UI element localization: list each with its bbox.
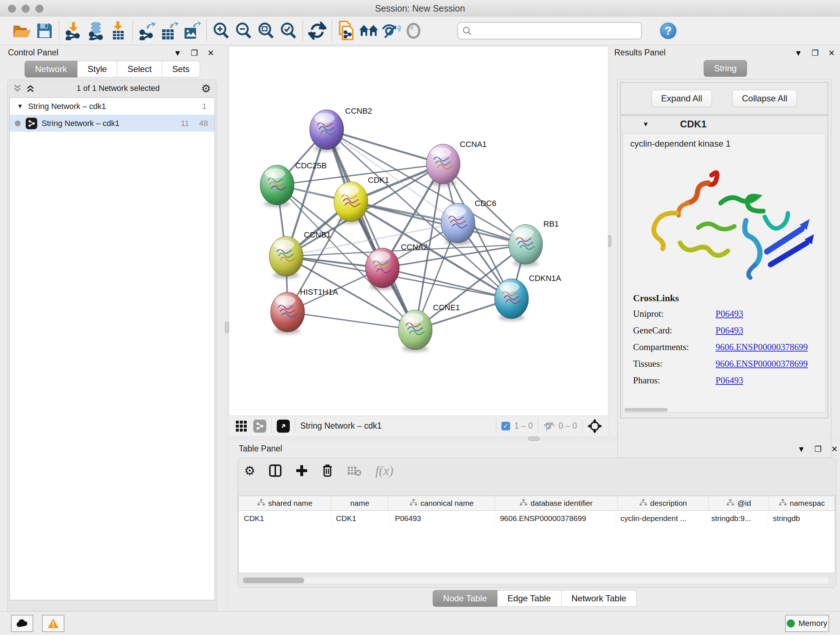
hidden-eye-slash-icon[interactable] <box>543 421 555 431</box>
column-header-shared-name[interactable]: shared name <box>239 496 332 511</box>
tab-node-table[interactable]: Node Table <box>433 590 497 607</box>
show-columns-icon[interactable] <box>269 464 282 477</box>
crosslink-link[interactable]: P06493 <box>715 375 743 386</box>
column-header-@id[interactable]: @id <box>709 496 769 511</box>
entry-disclosure-icon[interactable]: ▼ <box>643 120 649 128</box>
houses-button[interactable] <box>357 19 380 42</box>
collapse-all-button[interactable]: Collapse All <box>732 90 797 107</box>
table-horizontal-scrollbar[interactable] <box>243 578 829 583</box>
expand-all-button[interactable]: Expand All <box>652 90 712 107</box>
results-panel-float-icon[interactable]: ❐ <box>812 49 819 58</box>
splitter-handle[interactable] <box>225 321 229 333</box>
collapse-all-icon[interactable] <box>13 84 22 93</box>
open-session-button[interactable] <box>11 19 33 42</box>
import-network-file-button[interactable] <box>62 19 85 42</box>
control-panel-close-icon[interactable]: ✕ <box>208 49 214 58</box>
control-panel-float-icon[interactable]: ❐ <box>191 49 198 58</box>
network-node-CCNA1[interactable] <box>426 144 460 186</box>
eye-button[interactable] <box>402 19 425 42</box>
network-edge[interactable] <box>327 130 415 330</box>
network-options-gear-icon[interactable]: ⚙ <box>201 82 211 95</box>
fit-content-crosshair-icon[interactable] <box>587 419 602 433</box>
crosslink-link[interactable]: P06493 <box>715 309 743 319</box>
network-node-CCNB2[interactable] <box>309 110 344 152</box>
zoom-out-button[interactable] <box>232 19 255 42</box>
table-settings-gear-icon[interactable]: ⚙ <box>244 463 255 478</box>
expand-all-icon[interactable] <box>26 84 35 93</box>
help-button[interactable]: ? <box>660 22 676 39</box>
delete-column-icon[interactable] <box>322 464 333 478</box>
crosslink-link[interactable]: 9606.ENSP00000378699 <box>715 342 808 352</box>
share-view-icon[interactable] <box>253 420 266 432</box>
save-session-button[interactable] <box>33 19 56 42</box>
results-horizontal-scrollbar[interactable] <box>624 408 668 412</box>
birds-eye-view-icon[interactable] <box>277 420 290 432</box>
zoom-fit-button[interactable] <box>255 19 277 42</box>
import-table-button[interactable] <box>107 19 129 42</box>
table-cell[interactable]: 9606.ENSP00000378699 <box>495 511 615 526</box>
memory-button[interactable]: Memory <box>785 615 829 632</box>
table-cell[interactable]: stringdb:9... <box>706 511 767 526</box>
table-scrollbar-thumb[interactable] <box>243 578 304 583</box>
zoom-in-button[interactable] <box>210 19 232 42</box>
table-cell[interactable]: CDK1 <box>239 511 331 526</box>
delete-table-icon[interactable] <box>347 465 362 476</box>
add-column-icon[interactable] <box>295 464 308 477</box>
network-node-CDKN1A[interactable] <box>494 279 529 321</box>
export-network-button[interactable] <box>136 19 158 42</box>
network-edge[interactable] <box>287 312 415 330</box>
network-node-CCNE1[interactable] <box>398 310 432 352</box>
table-panel-close-icon[interactable]: ✕ <box>831 445 838 454</box>
houses-icon <box>358 23 379 39</box>
zoom-selected-button[interactable] <box>277 19 300 42</box>
table-row[interactable]: CDK1CDK1P064939606.ENSP00000378699cyclin… <box>239 511 835 526</box>
cloud-button[interactable] <box>11 615 33 632</box>
export-table-button[interactable] <box>158 19 181 42</box>
column-header-namespac[interactable]: namespac <box>769 496 835 511</box>
table-cell[interactable]: cyclin-dependent ... <box>615 511 706 526</box>
column-header-description[interactable]: description <box>618 496 709 511</box>
table-panel-float-icon[interactable]: ❐ <box>815 445 822 454</box>
duplicate-document-button[interactable] <box>335 19 357 42</box>
network-tree-root-row[interactable]: ▼ String Network – cdk1 1 <box>10 98 215 115</box>
network-tree-child-row[interactable]: String Network – cdk1 11 48 <box>10 115 215 132</box>
splitter-handle[interactable] <box>528 437 540 440</box>
network-node-HIST1H1A[interactable] <box>271 292 305 334</box>
tab-edge-table[interactable]: Edge Table <box>497 590 561 607</box>
selected-checkbox-icon[interactable]: ✓ <box>501 422 510 431</box>
tab-style[interactable]: Style <box>77 61 117 78</box>
export-image-button[interactable] <box>181 19 203 42</box>
crosslink-link[interactable]: P06493 <box>715 325 743 336</box>
tab-select[interactable]: Select <box>117 61 162 78</box>
control-panel-menu-icon[interactable]: ▼ <box>174 49 182 58</box>
refresh-button[interactable] <box>306 19 328 42</box>
eye-slash-button[interactable] <box>380 19 402 42</box>
table-cell[interactable]: CDK1 <box>331 511 390 526</box>
function-builder-icon[interactable]: f(x) <box>375 463 393 478</box>
table-cell[interactable]: stringdb <box>768 511 835 526</box>
column-header-database-identifier[interactable]: database identifier <box>495 496 618 511</box>
search-input[interactable] <box>457 22 642 40</box>
results-panel-close-icon[interactable]: ✕ <box>829 49 835 58</box>
node-result-header[interactable]: ▼ CDK1 <box>621 116 828 133</box>
warning-icon <box>47 618 59 629</box>
network-node-RB1[interactable] <box>508 225 543 266</box>
tree-disclosure-icon[interactable]: ▼ <box>17 103 23 110</box>
tab-network-table[interactable]: Network Table <box>561 590 637 607</box>
network-node-CCNB1[interactable] <box>269 236 303 279</box>
tab-string[interactable]: String <box>704 60 747 77</box>
crosslink-link[interactable]: 9606.ENSP00000378699 <box>715 359 808 369</box>
network-canvas[interactable]: CCNB2CCNA1CDC25BCDK1CDC6RB1CCNB1CCNA2CDK… <box>229 47 608 416</box>
results-panel-menu-icon[interactable]: ▼ <box>794 49 802 58</box>
warning-button[interactable] <box>42 615 65 632</box>
table-cell[interactable]: P06493 <box>390 511 495 526</box>
network-edge[interactable] <box>327 130 443 164</box>
network-node-CDC25B[interactable] <box>260 165 294 207</box>
column-header-name[interactable]: name <box>332 496 388 511</box>
tab-sets[interactable]: Sets <box>162 61 200 78</box>
import-network-database-button[interactable] <box>85 19 107 42</box>
table-panel-menu-icon[interactable]: ▼ <box>797 445 805 454</box>
column-header-canonical-name[interactable]: canonical name <box>388 496 495 511</box>
grid-view-icon[interactable] <box>236 421 247 432</box>
tab-network[interactable]: Network <box>25 61 77 78</box>
